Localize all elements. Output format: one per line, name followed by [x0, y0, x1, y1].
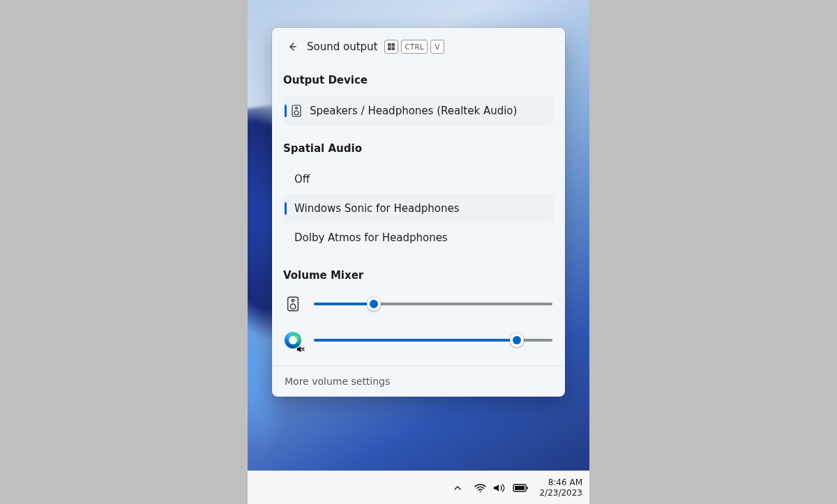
shortcut-hint: CTRL V — [384, 40, 444, 54]
flyout-title: Sound output — [307, 40, 377, 53]
desktop: Sound output CTRL V Output Device Speake… — [248, 0, 589, 504]
chevron-up-icon — [453, 484, 462, 492]
kbd-ctrl: CTRL — [401, 40, 428, 54]
spatial-option-label: Windows Sonic for Headphones — [294, 202, 459, 215]
slider-thumb[interactable] — [510, 333, 524, 347]
svg-rect-0 — [388, 43, 391, 47]
back-button[interactable] — [283, 38, 301, 56]
taskbar-time: 8:46 AM — [539, 478, 582, 488]
svg-rect-1 — [392, 43, 395, 47]
output-device-option[interactable]: Speakers / Headphones (Realtek Audio) — [283, 96, 554, 125]
spatial-option-dolby-atmos[interactable]: Dolby Atmos for Headphones — [283, 223, 554, 252]
mixer-row-edge — [285, 332, 552, 349]
taskbar-date: 2/23/2023 — [539, 488, 582, 498]
output-device-label: Speakers / Headphones (Realtek Audio) — [310, 105, 517, 117]
muted-icon — [296, 345, 305, 353]
more-volume-settings-link[interactable]: More volume settings — [272, 365, 565, 397]
volume-slider-edge[interactable] — [314, 339, 552, 342]
speaker-icon[interactable] — [285, 296, 301, 312]
svg-rect-13 — [527, 487, 528, 489]
kbd-win — [384, 40, 398, 54]
volume-mixer-heading: Volume Mixer — [283, 269, 554, 282]
mixer-row-system — [285, 296, 552, 312]
spatial-audio-heading: Spatial Audio — [283, 142, 554, 155]
spatial-option-label: Dolby Atmos for Headphones — [294, 231, 448, 244]
flyout-body: Output Device Speakers / Headphones (Rea… — [272, 63, 565, 365]
svg-point-8 — [292, 299, 294, 301]
svg-point-10 — [480, 491, 481, 492]
flyout-header: Sound output CTRL V — [272, 28, 565, 63]
edge-icon[interactable] — [285, 332, 301, 349]
battery-icon — [513, 484, 528, 492]
svg-point-9 — [290, 304, 295, 309]
slider-thumb[interactable] — [367, 297, 381, 311]
windows-logo-icon — [388, 43, 395, 50]
volume-slider-system[interactable] — [314, 303, 552, 305]
sound-output-flyout: Sound output CTRL V Output Device Speake… — [272, 28, 565, 397]
taskbar: 8:46 AM 2/23/2023 — [248, 471, 589, 504]
spatial-option-label: Off — [294, 173, 310, 185]
svg-point-6 — [294, 111, 299, 115]
quick-settings-button[interactable] — [467, 474, 535, 502]
tray-overflow-button[interactable] — [448, 474, 467, 502]
output-device-heading: Output Device — [283, 74, 554, 86]
svg-rect-12 — [515, 486, 525, 490]
volume-icon — [493, 483, 506, 493]
svg-rect-3 — [392, 47, 395, 51]
svg-point-5 — [296, 107, 298, 109]
volume-mixer — [283, 291, 554, 351]
system-tray: 8:46 AM 2/23/2023 — [448, 474, 589, 502]
spatial-option-windows-sonic[interactable]: Windows Sonic for Headphones — [283, 194, 554, 223]
slider-fill — [314, 339, 517, 342]
taskbar-clock[interactable]: 8:46 AM 2/23/2023 — [535, 478, 589, 498]
kbd-v: V — [430, 40, 444, 54]
slider-fill — [314, 303, 374, 305]
wifi-icon — [474, 483, 486, 493]
arrow-left-icon — [287, 41, 298, 52]
speaker-device-icon — [290, 105, 303, 117]
svg-rect-2 — [388, 47, 391, 51]
spatial-audio-list: Off Windows Sonic for Headphones Dolby A… — [283, 165, 554, 252]
spatial-option-off[interactable]: Off — [283, 165, 554, 194]
output-device-list: Speakers / Headphones (Realtek Audio) — [283, 96, 554, 125]
